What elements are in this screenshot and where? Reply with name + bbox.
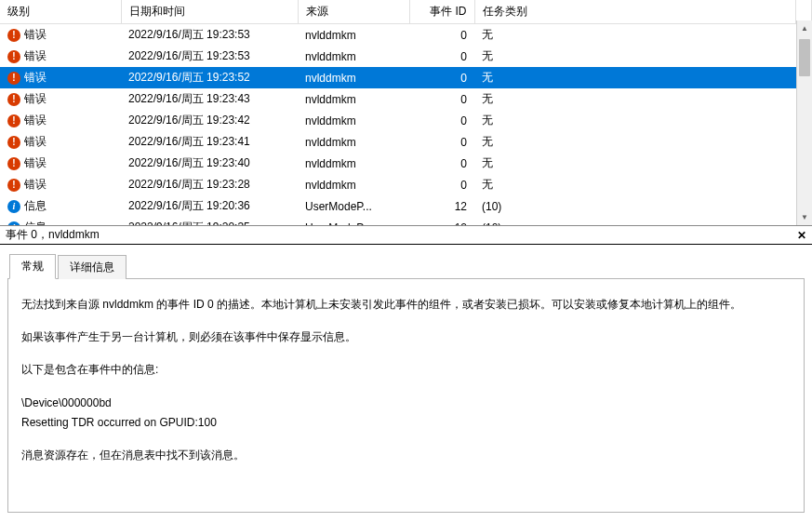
cell-category: 无 bbox=[474, 88, 796, 110]
cell-category: 无 bbox=[474, 110, 796, 131]
cell-datetime: 2022/9/16/周五 19:23:43 bbox=[121, 88, 298, 110]
level-label: 信息 bbox=[24, 198, 47, 214]
event-list-pane: 级别 日期和时间 来源 事件 ID 任务类别 错误2022/9/16/周五 19… bbox=[0, 0, 812, 226]
detail-paragraph: Resetting TDR occurred on GPUID:100 bbox=[21, 414, 791, 432]
cell-level: 错误 bbox=[0, 67, 121, 88]
table-row[interactable]: 错误2022/9/16/周五 19:23:28nvlddmkm0无 bbox=[0, 174, 812, 195]
detail-paragraph: 如果该事件产生于另一台计算机，则必须在该事件中保存显示信息。 bbox=[21, 328, 791, 346]
cell-source: nvlddmkm bbox=[298, 46, 409, 67]
cell-source: nvlddmkm bbox=[298, 174, 409, 195]
cell-datetime: 2022/9/16/周五 19:20:36 bbox=[121, 195, 298, 217]
cell-eventid: 0 bbox=[409, 67, 474, 88]
cell-level: 信息 bbox=[0, 217, 121, 226]
detail-body: 常规 详细信息 无法找到来自源 nvlddmkm 的事件 ID 0 的描述。本地… bbox=[0, 245, 812, 522]
cell-source: UserModeP... bbox=[298, 195, 409, 217]
cell-datetime: 2022/9/16/周五 19:23:40 bbox=[121, 153, 298, 174]
info-icon bbox=[7, 221, 20, 227]
error-icon bbox=[7, 50, 20, 63]
detail-header: 事件 0，nvlddmkm ✕ bbox=[0, 226, 812, 245]
cell-category: 无 bbox=[474, 24, 796, 47]
cell-source: nvlddmkm bbox=[298, 67, 409, 88]
col-eventid[interactable]: 事件 ID bbox=[409, 0, 474, 24]
cell-source: nvlddmkm bbox=[298, 88, 409, 110]
cell-level: 错误 bbox=[0, 174, 121, 195]
cell-eventid: 0 bbox=[409, 110, 474, 131]
level-label: 错误 bbox=[24, 155, 47, 171]
cell-level: 错误 bbox=[0, 24, 121, 47]
cell-category: (10) bbox=[474, 195, 796, 217]
col-source[interactable]: 来源 bbox=[298, 0, 409, 24]
level-label: 错误 bbox=[24, 70, 47, 86]
cell-source: nvlddmkm bbox=[298, 131, 409, 153]
cell-level: 错误 bbox=[0, 110, 121, 131]
scroll-thumb[interactable] bbox=[799, 39, 810, 76]
info-icon bbox=[7, 200, 20, 213]
cell-eventid: 0 bbox=[409, 131, 474, 153]
detail-title: 事件 0，nvlddmkm bbox=[6, 227, 100, 243]
level-label: 错误 bbox=[24, 177, 47, 193]
cell-source: UserModeP... bbox=[298, 217, 409, 226]
table-row[interactable]: 错误2022/9/16/周五 19:23:43nvlddmkm0无 bbox=[0, 88, 812, 110]
level-label: 错误 bbox=[24, 48, 47, 64]
close-icon[interactable]: ✕ bbox=[795, 229, 808, 242]
cell-datetime: 2022/9/16/周五 19:23:28 bbox=[121, 174, 298, 195]
cell-eventid: 0 bbox=[409, 24, 474, 47]
detail-paragraph: 以下是包含在事件中的信息: bbox=[21, 361, 791, 379]
tab-general[interactable]: 常规 bbox=[9, 254, 56, 279]
cell-eventid: 12 bbox=[409, 217, 474, 226]
detail-tabs: 常规 详细信息 bbox=[7, 254, 805, 278]
table-row[interactable]: 信息2022/9/16/周五 19:20:36UserModeP...12(10… bbox=[0, 195, 812, 217]
cell-category: 无 bbox=[474, 131, 796, 153]
cell-datetime: 2022/9/16/周五 19:23:53 bbox=[121, 46, 298, 67]
level-label: 信息 bbox=[24, 220, 47, 226]
error-icon bbox=[7, 157, 20, 170]
table-row[interactable]: 错误2022/9/16/周五 19:23:52nvlddmkm0无 bbox=[0, 67, 812, 88]
error-icon bbox=[7, 136, 20, 149]
detail-panel-general: 无法找到来自源 nvlddmkm 的事件 ID 0 的描述。本地计算机上未安装引… bbox=[7, 278, 805, 513]
level-label: 错误 bbox=[24, 91, 47, 107]
detail-paragraph: 无法找到来自源 nvlddmkm 的事件 ID 0 的描述。本地计算机上未安装引… bbox=[21, 296, 791, 314]
cell-datetime: 2022/9/16/周五 19:20:35 bbox=[121, 217, 298, 226]
cell-level: 错误 bbox=[0, 153, 121, 174]
tab-details[interactable]: 详细信息 bbox=[58, 255, 126, 279]
level-label: 错误 bbox=[24, 113, 47, 128]
cell-eventid: 0 bbox=[409, 88, 474, 110]
col-datetime[interactable]: 日期和时间 bbox=[121, 0, 298, 24]
cell-level: 错误 bbox=[0, 88, 121, 110]
cell-datetime: 2022/9/16/周五 19:23:53 bbox=[121, 24, 298, 47]
cell-category: (10) bbox=[474, 217, 796, 226]
cell-category: 无 bbox=[474, 67, 796, 88]
level-label: 错误 bbox=[24, 134, 47, 150]
cell-eventid: 0 bbox=[409, 46, 474, 67]
cell-datetime: 2022/9/16/周五 19:23:52 bbox=[121, 67, 298, 88]
table-row[interactable]: 错误2022/9/16/周五 19:23:42nvlddmkm0无 bbox=[0, 110, 812, 131]
cell-datetime: 2022/9/16/周五 19:23:42 bbox=[121, 110, 298, 131]
cell-eventid: 0 bbox=[409, 153, 474, 174]
cell-category: 无 bbox=[474, 174, 796, 195]
error-icon bbox=[7, 72, 20, 85]
cell-eventid: 12 bbox=[409, 195, 474, 217]
table-row[interactable]: 信息2022/9/16/周五 19:20:35UserModeP...12(10… bbox=[0, 217, 812, 226]
cell-source: nvlddmkm bbox=[298, 24, 409, 47]
col-category[interactable]: 任务类别 bbox=[474, 0, 796, 24]
cell-eventid: 0 bbox=[409, 174, 474, 195]
cell-datetime: 2022/9/16/周五 19:23:41 bbox=[121, 131, 298, 153]
table-row[interactable]: 错误2022/9/16/周五 19:23:53nvlddmkm0无 bbox=[0, 24, 812, 47]
col-level[interactable]: 级别 bbox=[0, 0, 121, 24]
table-row[interactable]: 错误2022/9/16/周五 19:23:41nvlddmkm0无 bbox=[0, 131, 812, 153]
cell-level: 信息 bbox=[0, 195, 121, 217]
error-icon bbox=[7, 179, 20, 192]
error-icon bbox=[7, 29, 20, 42]
table-header-row: 级别 日期和时间 来源 事件 ID 任务类别 bbox=[0, 0, 812, 24]
detail-paragraph: 消息资源存在，但在消息表中找不到该消息。 bbox=[21, 447, 791, 464]
vertical-scrollbar[interactable]: ▲ ▼ bbox=[796, 20, 812, 225]
level-label: 错误 bbox=[24, 27, 47, 43]
scroll-down-arrow[interactable]: ▼ bbox=[797, 209, 812, 225]
table-row[interactable]: 错误2022/9/16/周五 19:23:40nvlddmkm0无 bbox=[0, 153, 812, 174]
scroll-up-arrow[interactable]: ▲ bbox=[797, 20, 812, 36]
cell-source: nvlddmkm bbox=[298, 110, 409, 131]
cell-category: 无 bbox=[474, 46, 796, 67]
cell-level: 错误 bbox=[0, 131, 121, 153]
event-table: 级别 日期和时间 来源 事件 ID 任务类别 错误2022/9/16/周五 19… bbox=[0, 0, 812, 226]
table-row[interactable]: 错误2022/9/16/周五 19:23:53nvlddmkm0无 bbox=[0, 46, 812, 67]
